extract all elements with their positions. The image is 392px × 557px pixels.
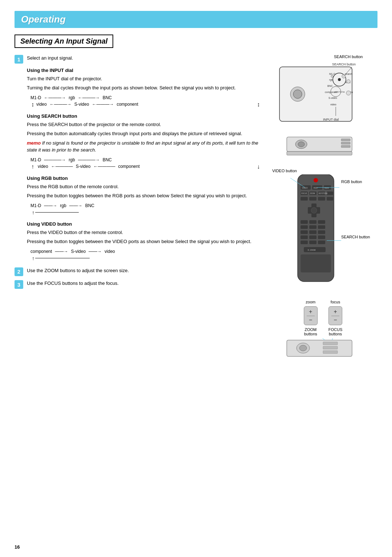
svg-rect-61	[318, 230, 325, 234]
svg-point-76	[299, 345, 307, 351]
step2-row: 2 Use the ZOOM buttons to adjust the scr…	[15, 267, 260, 277]
svg-rect-66	[309, 241, 317, 244]
svg-rect-25	[287, 152, 352, 155]
dial-svideo: S-video	[74, 102, 89, 107]
svg-text:M1-D: M1-D	[329, 73, 335, 75]
zoom-caption: ZOOMbuttons	[304, 327, 317, 336]
input-dial-para1: Turn the INPUT dial of the projector.	[27, 75, 260, 82]
rgb-m1d: M1-D	[30, 203, 41, 208]
svg-text:SEARCH button: SEARCH button	[332, 62, 356, 66]
projector-3d-svg	[269, 133, 370, 159]
search-component: component	[118, 164, 139, 169]
search-diagram: M1-D ————→ rgb ————→ BNC ↑ video	[30, 157, 260, 170]
focus-label: focus	[331, 300, 340, 304]
svg-line-80	[309, 338, 325, 340]
svg-rect-55	[318, 220, 325, 224]
video-row1: component ——→ S-video ——→ video	[30, 249, 260, 254]
rgb-para2: Pressing the button toggles between the …	[27, 192, 260, 199]
svg-rect-63	[309, 235, 317, 239]
svg-rect-57	[309, 225, 317, 229]
focus-caption: FOCUSbuttons	[328, 327, 343, 336]
svg-text:KEYSTONE: KEYSTONE	[319, 193, 327, 194]
zoom-plus: +	[309, 309, 312, 315]
search-para2: Pressing the button automatically cycles…	[27, 130, 260, 137]
video-button-heading: Using VIDEO button	[27, 221, 260, 227]
video-arrow2: ——→	[89, 249, 102, 254]
svg-rect-49	[327, 197, 333, 201]
page-title: Operating	[21, 14, 371, 25]
svg-rect-59	[301, 230, 308, 234]
section-title: Selecting An Input Signal	[20, 37, 107, 45]
step3-number: 3	[15, 280, 23, 289]
svg-rect-54	[309, 220, 317, 224]
search-video: video	[38, 164, 48, 169]
svg-rect-58	[318, 225, 325, 229]
search-rgb: rgb	[69, 157, 75, 162]
svg-rect-65	[301, 241, 308, 244]
focus-divider	[331, 316, 339, 316]
search-button-callout: SEARCH button	[334, 55, 363, 59]
svg-rect-47	[309, 197, 317, 201]
input-dial-para2: Turning the dial cycles through the inpu…	[27, 84, 260, 92]
rgb-row1: M1-D ——→ rgb ——→ BNC	[30, 203, 260, 208]
dial-arrow1: ←———→	[44, 95, 66, 100]
svg-text:BNC: BNC	[327, 85, 333, 87]
dial-m1d: M1-D	[30, 95, 41, 100]
svg-rect-67	[318, 241, 325, 244]
projector-illustration-wrapper: SEARCH button M1-D search	[269, 55, 377, 160]
step2-number: 2	[15, 267, 23, 276]
step1-intro: Select an input signal.	[27, 55, 73, 62]
svg-text:RGB: RGB	[314, 187, 318, 189]
zoom-rocker: + −	[304, 306, 318, 325]
svg-rect-42	[327, 191, 333, 195]
svg-text:INPUT dial: INPUT dial	[323, 118, 339, 121]
svg-rect-53	[301, 220, 308, 224]
video-diagram: component ——→ S-video ——→ video ↑	[30, 249, 260, 261]
rgb-bottom-line	[35, 212, 79, 213]
dial-vert-arrow-right: ↕	[257, 102, 260, 108]
rgb-bnc: BNC	[85, 203, 94, 208]
zoom-focus-wrapper: zoom + − ZOOMbuttons focus +	[269, 298, 377, 361]
svg-rect-46	[301, 197, 308, 201]
video-para2: Pressing the button toggles between the …	[27, 238, 260, 245]
search-vert-up: ↑	[31, 164, 34, 170]
svg-point-2	[293, 90, 302, 98]
dial-diagram: M1-D ←———→ rgb ←———→ BNC ↕ video	[30, 95, 260, 108]
search-para1: Press the SEARCH button of the projector…	[27, 121, 260, 128]
svg-point-32	[314, 178, 318, 182]
rgb-rgb: rgb	[60, 203, 66, 208]
header-bar: Operating	[15, 11, 377, 28]
svg-line-81	[332, 338, 336, 340]
zoom-label: zoom	[306, 300, 315, 304]
svg-text:video: video	[330, 103, 336, 106]
section-title-box: Selecting An Input Signal	[15, 35, 113, 48]
svg-text:rgb: rgb	[329, 78, 333, 81]
step1-row: 1 Select an input signal.	[15, 55, 260, 64]
dial-arrow3: ←———→	[50, 102, 72, 107]
video-video: video	[105, 249, 115, 254]
svg-point-19	[346, 91, 351, 95]
svg-rect-78	[323, 346, 338, 349]
dial-rgb: rgb	[69, 95, 75, 100]
video-para1: Press the VIDEO button of the remote con…	[27, 229, 260, 236]
svg-point-18	[347, 80, 350, 83]
focus-group: focus + − FOCUSbuttons	[328, 300, 343, 336]
search-arrow1: ————→	[44, 157, 66, 162]
zoom-divider	[307, 316, 315, 316]
search-m1d: M1-D	[30, 157, 41, 162]
right-column: SEARCH button M1-D search	[269, 55, 377, 367]
video-bottom-line	[35, 258, 90, 258]
video-svideo: S-video	[71, 249, 86, 254]
dial-arrow4: ←———→	[92, 102, 114, 107]
search-button-heading: Using SEARCH button	[27, 113, 260, 119]
search-vert-down: ↓	[257, 164, 260, 170]
dial-row1: M1-D ←———→ rgb ←———→ BNC	[30, 95, 260, 100]
search-arrow2: ————→	[78, 157, 100, 162]
main-layout: 1 Select an input signal. Using the INPU…	[15, 55, 377, 367]
svg-rect-28	[341, 139, 350, 141]
svg-text:S-video: S-video	[328, 97, 337, 99]
svg-text:VIDEO: VIDEO	[302, 187, 308, 189]
projector-front-svg	[269, 338, 370, 360]
svg-text:ZOOM: ZOOM	[310, 193, 315, 194]
search-memo: memo If no signal is found or the projec…	[27, 140, 260, 154]
